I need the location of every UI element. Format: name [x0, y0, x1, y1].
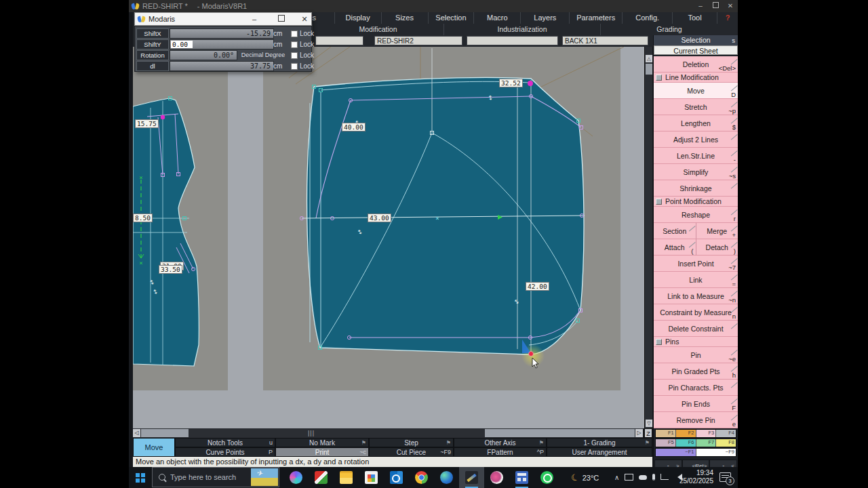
scroll-up-button[interactable]: △ — [646, 55, 652, 62]
toolbar-button-1-grading[interactable]: 1- Grading⚑ — [547, 438, 652, 447]
taskbar-icon-file-explorer[interactable] — [334, 467, 359, 488]
menu-item-config[interactable]: Config. — [622, 12, 672, 24]
menu-item-display[interactable]: Display — [334, 12, 381, 24]
lock-checkbox-icon[interactable] — [291, 52, 298, 59]
variant-name-field[interactable]: BACK 1X1 — [562, 36, 648, 45]
move-tool-button[interactable]: Move — [133, 438, 175, 457]
sidebar-item-lengthen[interactable]: Lengthen$ — [654, 115, 738, 131]
dialog-lock-toggle[interactable]: Lock — [291, 28, 314, 39]
sidebar-item-attach[interactable]: Attach( — [654, 239, 696, 256]
sidebar-header-selection[interactable]: Selections — [654, 35, 738, 45]
horizontal-scroll-thumb-b[interactable] — [485, 429, 635, 437]
help-menu[interactable]: ? — [717, 12, 738, 24]
piece-name-field[interactable]: RED-SHIR2 — [374, 36, 462, 45]
reference-point[interactable] — [161, 115, 165, 119]
toolbar-button-fpattern[interactable]: FPattern^P — [454, 447, 547, 457]
sheet-field-1[interactable] — [315, 36, 363, 45]
sidebar-item-remove-pin[interactable]: Remove Pine — [654, 412, 738, 428]
scroll-left-button[interactable]: ◁ — [133, 429, 140, 437]
taskbar-icon-whatsapp[interactable] — [534, 467, 559, 488]
sidebar-item-adjust-2-lines[interactable]: Adjust 2 Lines — [654, 131, 738, 148]
toolbar-button-notch-tools[interactable]: Notch Toolsu — [175, 438, 275, 447]
palette-swatch-f1[interactable]: ~F1 — [656, 449, 696, 456]
tablet-icon[interactable] — [625, 474, 633, 482]
sidebar-item-reshape[interactable]: Reshaper — [654, 207, 738, 223]
sidebar-item-pin-ends[interactable]: Pin EndsF — [654, 396, 738, 412]
taskbar-icon-outlook[interactable] — [384, 467, 409, 488]
dialog-lock-toggle[interactable]: Lock — [291, 50, 314, 60]
palette-swatch-f6[interactable]: F6 — [676, 439, 696, 447]
taskbar-icon-microsoft-store[interactable] — [359, 467, 384, 488]
taskbar-weather[interactable]: ☾ 23°C — [571, 467, 599, 488]
close-button[interactable]: ✕ — [723, 0, 738, 12]
menu-item-parameters[interactable]: Parameters — [569, 12, 622, 24]
maximize-button[interactable] — [708, 0, 723, 12]
microphone-icon[interactable] — [652, 474, 655, 482]
modaris-dialog[interactable]: Modaris – ✕ ShiftX-15.29cmLockShiftY0.00… — [134, 12, 312, 72]
menu-item-tool[interactable]: Tool — [672, 12, 717, 24]
palette-swatch-f8[interactable]: F8 — [716, 439, 736, 447]
dialog-minimize-button[interactable]: – — [248, 13, 261, 26]
sidebar-item-stretch[interactable]: Stretch~p — [654, 99, 738, 115]
sidebar-section-point-modification[interactable]: Point Modification — [654, 197, 738, 207]
network-icon[interactable] — [660, 474, 669, 481]
sidebar-item-pin-characts-pts[interactable]: Pin Characts. Pts — [654, 380, 738, 396]
dialog-edit-value[interactable]: 0.00 — [171, 41, 193, 48]
lock-checkbox-icon[interactable] — [291, 41, 298, 48]
menu-item-selection[interactable]: Selection — [428, 12, 474, 24]
checkbox-icon[interactable] — [656, 199, 662, 205]
dialog-field-label-rotation[interactable]: Rotation — [136, 50, 169, 60]
dialog-field-label-shifty[interactable]: ShiftY — [136, 39, 169, 49]
toolbar-button-cut-piece[interactable]: Cut Piece~F9 — [369, 447, 454, 457]
sidebar-item-shrinkage[interactable]: Shrinkage — [654, 180, 738, 197]
dialog-lock-toggle[interactable]: Lock — [291, 61, 314, 71]
palette-swatch-f9[interactable]: ~F9 — [696, 449, 736, 456]
menu-item-sizes[interactable]: Sizes — [381, 12, 428, 24]
dialog-title-bar[interactable]: Modaris – ✕ — [134, 12, 312, 26]
sidebar-item-section[interactable]: Section — [654, 223, 696, 239]
vertical-scrollbar[interactable]: △ ▽ — [644, 47, 652, 428]
scroll-down-button[interactable]: ▽ — [646, 420, 652, 427]
tray-expand-icon[interactable]: ∧ — [614, 474, 619, 481]
cloud-icon[interactable] — [639, 474, 647, 481]
palette-swatch-f1[interactable]: F1 — [656, 430, 676, 437]
palette-swatch-f3[interactable]: F3 — [696, 430, 717, 437]
menu-item-macro[interactable]: Macro — [473, 12, 520, 24]
taskbar-icon-modaris[interactable] — [459, 467, 484, 488]
sidebar-item-link-to-a-measure[interactable]: Link to a Measure~n — [654, 288, 738, 304]
pattern-canvas[interactable]: ×× ↕ ↕ — [133, 47, 644, 428]
dialog-input-dl[interactable]: 37.75 — [170, 61, 274, 71]
sheet-field-2[interactable] — [467, 36, 558, 45]
sidebar-header-current-sheet[interactable]: Current Sheet — [654, 45, 738, 55]
sidebar-item-simplify[interactable]: Simplify~s — [654, 164, 738, 180]
horizontal-scroll-thumb-a[interactable] — [141, 429, 189, 437]
scroll-grip[interactable]: ||| — [308, 429, 315, 437]
taskbar-icon-calculator[interactable] — [509, 467, 534, 488]
scroll-right-button[interactable]: ▷ — [635, 429, 643, 437]
notification-icon[interactable]: 3 — [719, 472, 731, 482]
taskbar-clock[interactable]: 19:34 25/02/2025 — [679, 469, 713, 485]
tab-industrialization[interactable]: Industrialization — [443, 24, 600, 35]
taskbar-icon-chrome[interactable] — [409, 467, 434, 488]
sidebar-item-detach[interactable]: Detach) — [696, 239, 738, 256]
taskbar-icon-modaris-alt[interactable] — [484, 467, 509, 488]
horizontal-scrollbar[interactable]: ◁ ||| ▷ — [133, 428, 643, 438]
lock-checkbox-icon[interactable] — [291, 63, 298, 70]
taskbar-icon-edge[interactable] — [434, 467, 459, 488]
sidebar-item-deletion[interactable]: Deletion<Del> — [654, 56, 738, 73]
palette-swatch-f7[interactable]: F7 — [696, 439, 717, 447]
zoom-z-button[interactable]: Z — [644, 428, 652, 438]
sidebar-item-link[interactable]: Link= — [654, 272, 738, 288]
toolbar-button-curve-points[interactable]: Curve PointsP — [175, 447, 275, 457]
taskbar-icon-copilot[interactable] — [283, 467, 309, 488]
pattern-piece-back[interactable]: × ↕ ↕ ↕ ↕ — [300, 48, 585, 367]
dialog-field-label-dl[interactable]: dl — [136, 61, 169, 71]
toolbar-button-no-mark[interactable]: No Mark⚑ — [275, 438, 369, 447]
dialog-input-shiftx[interactable]: -15.29 — [170, 28, 274, 39]
minimize-button[interactable]: – — [693, 0, 708, 12]
sidebar-section-line-modification[interactable]: Line Modification — [654, 73, 738, 83]
taskbar-search[interactable]: Type here to search ✈ — [152, 467, 279, 487]
lock-checkbox-icon[interactable] — [291, 30, 298, 37]
toolbar-button-print[interactable]: Print~c — [275, 447, 369, 457]
checkbox-icon[interactable] — [656, 75, 662, 81]
